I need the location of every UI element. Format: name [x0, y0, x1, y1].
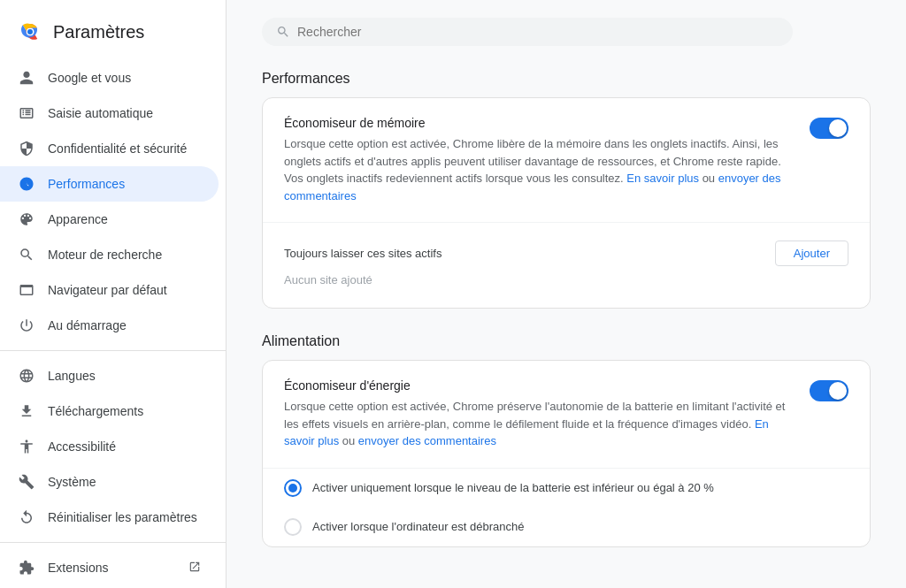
performances-card: Économiseur de mémoire Lorsque cette opt…	[262, 97, 871, 309]
no-sites-text: Aucun site ajouté	[284, 266, 848, 290]
sidebar-item-label: Extensions	[48, 561, 108, 575]
memory-saver-text: Économiseur de mémoire Lorsque cette opt…	[284, 116, 795, 204]
performances-section-title: Performances	[262, 71, 871, 87]
main-content: Performances Économiseur de mémoire Lors…	[226, 0, 906, 588]
radio-debranch-label[interactable]: Activer lorsque l'ordinateur est débranc…	[312, 520, 525, 533]
radio-debranch-option[interactable]: Activer lorsque l'ordinateur est débranc…	[263, 508, 870, 546]
sidebar-item-label: Au démarrage	[48, 318, 127, 332]
wrench-icon	[18, 473, 35, 491]
reset-icon	[18, 508, 35, 526]
alimentation-section-title: Alimentation	[262, 333, 871, 349]
divider-1	[0, 350, 226, 351]
sidebar-item-saisie[interactable]: Saisie automatique	[0, 95, 219, 131]
memory-saver-label: Économiseur de mémoire	[284, 116, 795, 130]
sidebar-item-navigateur[interactable]: Navigateur par défaut	[0, 272, 219, 308]
memory-saver-link1[interactable]: En savoir plus	[626, 172, 699, 185]
sidebar-item-label: Téléchargements	[48, 404, 143, 418]
radio-battery-circle[interactable]	[284, 479, 302, 497]
energy-saver-section: Économiseur d'énergie Lorsque cette opti…	[263, 361, 870, 469]
alimentation-card: Économiseur d'énergie Lorsque cette opti…	[262, 360, 871, 547]
sidebar-item-accessibilite[interactable]: Accessibilité	[0, 429, 219, 464]
puzzle-icon	[18, 559, 35, 577]
radio-battery-label[interactable]: Activer uniquement lorsque le niveau de …	[312, 481, 714, 494]
shield-icon	[18, 140, 35, 157]
sidebar-item-confidentialite[interactable]: Confidentialité et sécurité	[0, 131, 219, 166]
chrome-logo-icon	[18, 19, 42, 44]
sidebar-item-label: Navigateur par défaut	[48, 283, 167, 297]
sidebar-item-label: Accessibilité	[48, 439, 116, 454]
sidebar-item-moteur[interactable]: Moteur de recherche	[0, 237, 219, 272]
radio-battery-inner	[288, 484, 297, 493]
sidebar-item-label: Apparence	[48, 212, 108, 226]
memory-saver-toggle[interactable]	[810, 118, 848, 139]
sidebar-item-label: Confidentialité et sécurité	[48, 141, 187, 156]
toggle-thumb	[829, 119, 847, 137]
energy-saver-toggle[interactable]	[810, 380, 848, 401]
accessibility-icon	[18, 438, 35, 455]
sidebar-item-label: Google et vous	[48, 71, 131, 85]
ajouter-button[interactable]: Ajouter	[775, 241, 848, 266]
sidebar-item-label: Moteur de recherche	[48, 248, 162, 262]
sidebar-item-label: Réinitialiser les paramètres	[48, 510, 197, 524]
divider-2	[0, 542, 226, 543]
sidebar-item-systeme[interactable]: Système	[0, 464, 219, 500]
always-active-section: Toujours laisser ces sites actifs Ajoute…	[263, 223, 870, 308]
svg-point-2	[27, 29, 33, 34]
power-icon	[18, 317, 35, 334]
sidebar-item-google[interactable]: Google et vous	[0, 60, 219, 95]
sidebar-item-langues[interactable]: Langues	[0, 358, 219, 393]
memory-saver-section: Économiseur de mémoire Lorsque cette opt…	[263, 98, 870, 223]
sidebar-item-label: Performances	[48, 177, 125, 191]
receipt-icon	[18, 104, 35, 122]
search-bar-icon	[276, 25, 290, 39]
sidebar-item-apparence[interactable]: Apparence	[0, 202, 219, 237]
toggle-track	[810, 118, 848, 139]
search-bar[interactable]	[262, 18, 793, 46]
sidebar-item-reinitialiser[interactable]: Réinitialiser les paramètres	[0, 500, 219, 535]
energy-saver-link2[interactable]: envoyer des commentaires	[358, 434, 496, 447]
toggle-thumb-energy	[829, 382, 847, 400]
energy-saver-desc: Lorsque cette option est activée, Chrome…	[284, 398, 795, 450]
always-active-label: Toujours laisser ces sites actifs	[284, 247, 441, 260]
sidebar-item-performances[interactable]: Performances	[0, 166, 219, 202]
globe-icon	[18, 367, 35, 385]
sidebar: Paramètres Google et vous Saisie automat…	[0, 0, 226, 588]
search-input[interactable]	[297, 25, 779, 39]
toggle-track-energy	[810, 380, 848, 401]
sidebar-title: Paramètres	[53, 22, 144, 42]
radio-battery-option[interactable]: Activer uniquement lorsque le niveau de …	[263, 469, 870, 508]
radio-debranch-circle[interactable]	[284, 518, 302, 536]
sidebar-item-label: Langues	[48, 369, 96, 383]
memory-saver-desc: Lorsque cette option est activée, Chrome…	[284, 135, 795, 204]
energy-saver-label: Économiseur d'énergie	[284, 378, 795, 393]
speed-icon	[18, 175, 35, 193]
sidebar-item-label: Système	[48, 475, 96, 489]
download-icon	[18, 402, 35, 420]
sidebar-item-label: Saisie automatique	[48, 106, 153, 120]
palette-icon	[18, 210, 35, 228]
sidebar-item-demarrage[interactable]: Au démarrage	[0, 308, 219, 343]
external-link-icon	[188, 561, 201, 576]
energy-saver-text: Économiseur d'énergie Lorsque cette opti…	[284, 378, 795, 450]
sidebar-item-extensions[interactable]: Extensions	[0, 550, 219, 585]
search-icon	[18, 246, 35, 263]
sidebar-item-telechargements[interactable]: Téléchargements	[0, 393, 219, 429]
person-icon	[18, 69, 35, 87]
sidebar-header: Paramètres	[0, 11, 226, 60]
browser-icon	[18, 281, 35, 299]
